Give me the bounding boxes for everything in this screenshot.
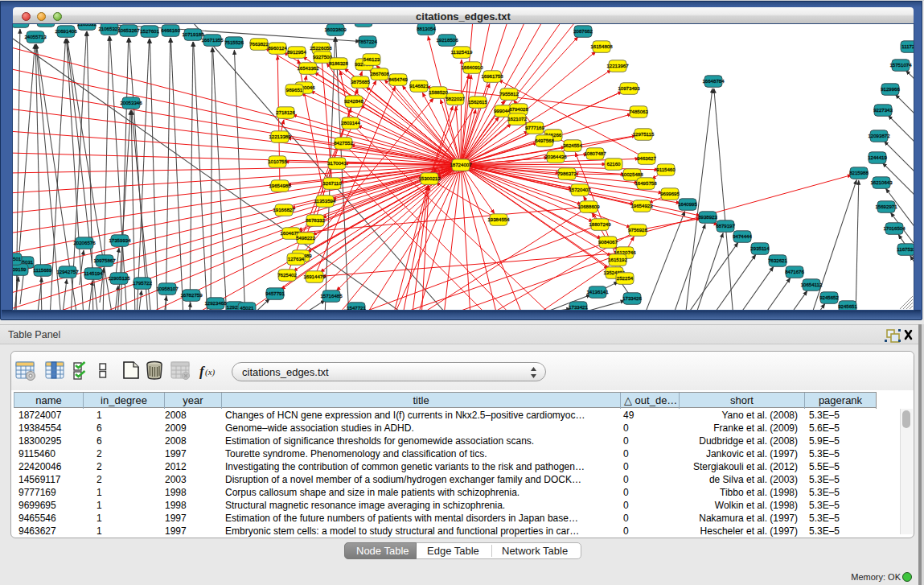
svg-text:16154808: 16154808 [590, 43, 613, 49]
svg-text:16495758: 16495758 [634, 180, 657, 186]
svg-text:24055713: 24055713 [24, 34, 47, 39]
svg-text:8186328: 8186328 [329, 60, 348, 66]
svg-text:1244419: 1244419 [868, 154, 887, 160]
svg-text:1562615: 1562615 [468, 99, 487, 105]
svg-text:8678332: 8678332 [306, 217, 325, 223]
svg-text:1115689: 1115689 [34, 267, 52, 273]
svg-text:17016504: 17016504 [883, 225, 906, 231]
svg-text:12923468: 12923468 [204, 300, 227, 306]
svg-text:1733421: 1733421 [569, 304, 588, 310]
svg-text:2087682: 2087682 [573, 28, 593, 34]
svg-text:252254: 252254 [617, 275, 634, 281]
svg-text:6497568: 6497568 [535, 138, 554, 143]
svg-text:7632621: 7632621 [768, 257, 787, 263]
svg-text:6794028: 6794028 [509, 106, 528, 112]
svg-text:16961758: 16961758 [481, 73, 503, 79]
svg-text:20691406: 20691406 [55, 28, 77, 34]
svg-text:20053346: 20053346 [120, 100, 142, 105]
svg-text:7986372: 7986372 [557, 171, 577, 176]
svg-text:15300213: 15300213 [418, 175, 441, 181]
svg-text:19654923: 19654923 [630, 203, 653, 208]
svg-text:20364436: 20364436 [544, 154, 567, 159]
svg-text:15716485: 15716485 [320, 293, 343, 299]
svg-text:10958107: 10958107 [156, 286, 179, 291]
svg-text:10975867: 10975867 [93, 257, 116, 263]
svg-text:15692971: 15692971 [875, 204, 897, 209]
svg-text:18724007: 18724007 [450, 162, 472, 167]
svg-text:12213967: 12213967 [606, 63, 629, 68]
svg-text:16033809: 16033809 [324, 27, 347, 32]
svg-text:19218506: 19218506 [436, 37, 458, 43]
svg-text:1167533: 1167533 [897, 246, 914, 252]
svg-text:10653267: 10653267 [117, 27, 140, 33]
svg-text:12905135: 12905135 [108, 275, 130, 281]
svg-text:17359934: 17359934 [109, 237, 131, 243]
svg-text:9245652: 9245652 [819, 295, 839, 300]
svg-text:2718126: 2718126 [276, 109, 295, 115]
svg-text:11325419: 11325419 [451, 49, 473, 55]
svg-text:12975115: 12975115 [633, 131, 655, 137]
svg-text:8427552: 8427552 [334, 140, 353, 146]
svg-text:127634: 127634 [288, 256, 305, 262]
svg-text:2105532: 2105532 [77, 24, 97, 27]
svg-text:18807249: 18807249 [589, 221, 611, 227]
svg-text:9777169: 9777169 [525, 125, 544, 130]
svg-text:5822037: 5822037 [446, 96, 465, 101]
svg-text:3875685: 3875685 [351, 79, 370, 84]
svg-text:931501: 931501 [13, 256, 22, 262]
svg-text:1527601: 1527601 [140, 28, 159, 34]
svg-text:7663822: 7663822 [249, 41, 269, 47]
svg-text:9146821: 9146821 [409, 83, 429, 89]
svg-text:12093872: 12093872 [868, 133, 890, 138]
svg-text:9115460: 9115460 [656, 167, 676, 172]
svg-text:2935114: 2935114 [750, 245, 770, 251]
svg-text:9245651: 9245651 [838, 303, 857, 309]
svg-text:7625402: 7625402 [277, 272, 297, 278]
svg-text:9129966: 9129966 [881, 86, 900, 92]
svg-text:1733426: 1733426 [622, 295, 642, 301]
svg-text:8938923: 8938923 [698, 214, 717, 220]
svg-text:10025488: 10025488 [621, 171, 643, 177]
svg-text:8215988: 8215988 [849, 170, 869, 175]
svg-text:3267110: 3267110 [322, 180, 342, 186]
svg-text:546123: 546123 [363, 56, 380, 62]
svg-text:9457791: 9457791 [265, 290, 285, 296]
svg-text:6879197: 6879197 [716, 223, 735, 229]
svg-text:19384554: 19384554 [487, 216, 510, 222]
svg-text:10807487: 10807487 [584, 150, 606, 156]
svg-text:1795722: 1795722 [133, 280, 152, 286]
svg-text:1010755: 1010755 [268, 159, 287, 164]
svg-text:16648784: 16648784 [702, 78, 725, 84]
svg-text:2867608: 2867608 [370, 71, 389, 76]
svg-text:16782759: 16782759 [180, 292, 203, 298]
svg-text:12213389: 12213389 [269, 134, 291, 139]
svg-text:25226058: 25226058 [310, 45, 332, 51]
svg-text:45021: 45021 [240, 305, 255, 310]
svg-text:11353594: 11353594 [314, 198, 336, 204]
svg-text:9756928: 9756928 [628, 227, 647, 233]
svg-text:7955812: 7955812 [499, 91, 519, 97]
svg-text:9084067: 9084067 [598, 239, 618, 245]
svg-text:8813054: 8813054 [417, 26, 436, 31]
svg-text:19654985: 19654985 [269, 183, 291, 188]
svg-text:16671355: 16671355 [201, 37, 224, 43]
svg-text:62160: 62160 [607, 161, 622, 167]
svg-text:1615192: 1615192 [608, 257, 627, 262]
svg-text:8471676: 8471676 [785, 269, 804, 274]
svg-text:7485063: 7485063 [629, 109, 648, 114]
svg-text:9699695: 9699695 [660, 191, 680, 196]
svg-text:16543362: 16543362 [297, 65, 319, 71]
svg-text:9327500: 9327500 [313, 54, 332, 60]
svg-text:1588520: 1588520 [429, 89, 448, 95]
svg-text:8454749: 8454749 [388, 76, 408, 82]
svg-text:9227343: 9227343 [873, 107, 893, 113]
svg-text:15720407: 15720407 [569, 187, 591, 192]
svg-text:15751074: 15751074 [889, 62, 912, 68]
svg-text:9474444: 9474444 [733, 233, 752, 239]
svg-text:9242848: 9242848 [344, 98, 363, 104]
svg-text:39159: 39159 [13, 266, 27, 272]
svg-text:1145194: 1145194 [84, 270, 103, 276]
svg-text:19166827: 19166827 [273, 207, 295, 212]
svg-text:8912954: 8912954 [287, 49, 306, 55]
svg-text:7515526: 7515526 [224, 39, 244, 45]
